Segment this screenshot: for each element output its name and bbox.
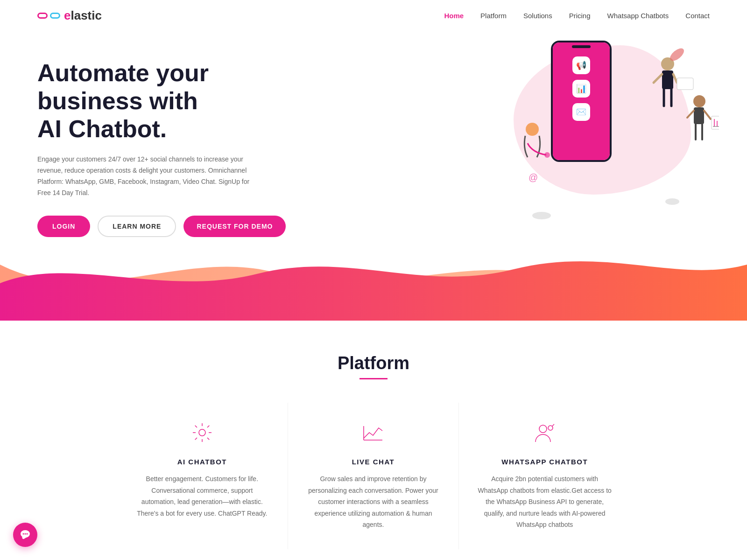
platform-card-whatsapp: WHATSAPP CHATBOT Acquire 2bn potential c…	[459, 403, 630, 549]
demo-button[interactable]: REQUEST FOR DEMO	[183, 216, 286, 237]
platform-section: Platform AI CHATBOT Better engagement. C…	[0, 321, 747, 560]
chat-widget[interactable]	[13, 523, 37, 547]
svg-rect-15	[712, 116, 719, 129]
platform-card-ai: AI CHATBOT Better engagement. Customers …	[117, 403, 288, 549]
hero-description: Engage your customers 24/7 over 12+ soci…	[37, 154, 261, 198]
phone-icon-2: 📊	[572, 80, 590, 98]
logo-icon	[37, 13, 60, 19]
hero-section: Automate your business with AI Chatbot. …	[0, 31, 747, 246]
platform-card-layers	[117, 559, 288, 560]
user-icon	[533, 421, 557, 445]
svg-point-36	[25, 533, 26, 535]
learn-more-button[interactable]: LEARN MORE	[98, 216, 176, 237]
platform-card-live: LIVE CHAT Grow sales and improve retenti…	[288, 403, 459, 549]
ai-chatbot-desc: Better engagement. Customers for life. C…	[135, 473, 269, 519]
svg-rect-10	[694, 107, 704, 124]
svg-line-4	[654, 74, 662, 83]
live-chat-desc: Grow sales and improve retention by pers…	[307, 473, 440, 531]
phone-icon-1: 📢	[572, 56, 590, 74]
phone-mockup: 📢 📊 ✉️	[551, 41, 612, 162]
hero-illustration: 📢 📊 ✉️	[495, 36, 719, 232]
hero-buttons: LOGIN LEARN MORE REQUEST FOR DEMO	[37, 216, 299, 237]
whatsapp-desc: Acquire 2bn potential customers with Wha…	[478, 473, 612, 531]
nav-whatsapp[interactable]: Whatsapp Chatbots	[607, 12, 669, 20]
svg-point-22	[532, 212, 551, 219]
phone-icon-3: ✉️	[572, 103, 590, 121]
section-underline	[359, 378, 388, 379]
svg-rect-8	[677, 78, 693, 90]
svg-point-24	[199, 429, 205, 436]
login-button[interactable]: LOGIN	[37, 216, 90, 237]
svg-point-23	[665, 198, 679, 205]
svg-line-5	[673, 74, 677, 83]
svg-point-0	[526, 123, 539, 136]
svg-point-35	[23, 533, 24, 535]
nav-contact[interactable]: Contact	[685, 12, 710, 20]
svg-point-9	[693, 95, 705, 107]
svg-rect-3	[662, 70, 673, 89]
navbar: elastic Home Platform Solutions Pricing …	[0, 0, 747, 31]
platform-card-rocket	[459, 559, 630, 560]
svg-point-27	[539, 425, 547, 433]
svg-point-1	[544, 152, 550, 158]
platform-bottom-row	[117, 559, 630, 560]
platform-cards: AI CHATBOT Better engagement. Customers …	[117, 403, 630, 549]
chart-icon	[361, 421, 385, 445]
svg-line-11	[687, 111, 694, 118]
svg-point-37	[27, 533, 28, 535]
nav-home[interactable]: Home	[444, 12, 464, 20]
nav-pricing[interactable]: Pricing	[569, 12, 591, 20]
logo[interactable]: elastic	[37, 8, 102, 23]
svg-text:@: @	[529, 172, 538, 182]
logo-text: elastic	[64, 8, 102, 23]
hero-content: Automate your business with AI Chatbot. …	[37, 59, 299, 237]
wave-decoration	[0, 237, 747, 321]
nav-solutions[interactable]: Solutions	[523, 12, 552, 20]
gear-icon	[190, 421, 214, 445]
whatsapp-title: WHATSAPP CHATBOT	[478, 458, 612, 466]
hero-headline: Automate your business with AI Chatbot.	[37, 59, 299, 143]
live-chat-title: LIVE CHAT	[307, 458, 440, 466]
svg-line-29	[552, 424, 554, 426]
ai-chatbot-title: AI CHATBOT	[135, 458, 269, 466]
svg-point-28	[548, 426, 553, 430]
nav-platform[interactable]: Platform	[480, 12, 507, 20]
svg-line-12	[704, 111, 711, 119]
chat-icon	[19, 529, 31, 541]
platform-title: Platform	[37, 353, 710, 373]
nav-links: Home Platform Solutions Pricing Whatsapp…	[444, 12, 710, 20]
platform-card-mobile	[288, 559, 459, 560]
